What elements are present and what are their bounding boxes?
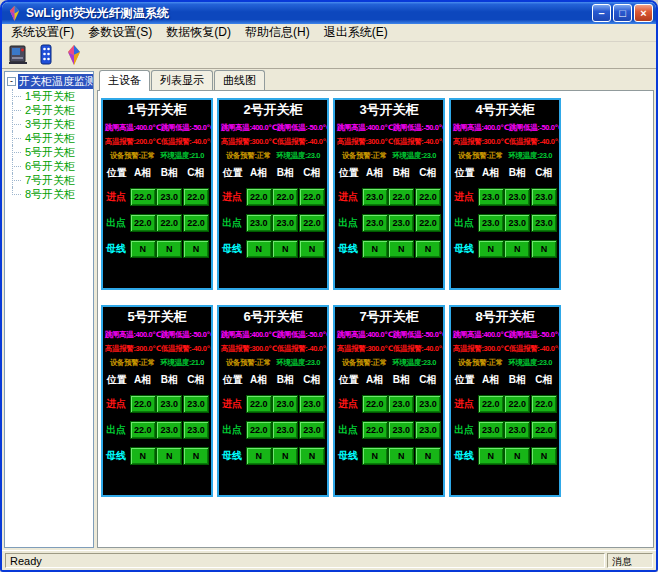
toolbar-button-3[interactable] <box>62 43 86 67</box>
temp-cell-out-0[interactable]: 23.0 <box>478 421 504 439</box>
temp-cell-in-0[interactable]: 22.0 <box>362 395 388 413</box>
temp-cell-bus-2[interactable]: N A℃ <box>531 447 557 465</box>
temp-cell-bus-2[interactable]: N A℃ <box>299 447 325 465</box>
close-button[interactable]: × <box>634 4 653 22</box>
tab-1[interactable]: 列表显示 <box>151 70 213 90</box>
alarm-high-label: 高温报警: <box>337 344 368 353</box>
temp-cell-out-0[interactable]: 22.0 <box>130 214 156 232</box>
temp-cell-bus-1[interactable]: N A℃ <box>388 447 414 465</box>
temp-cell-out-1[interactable]: 22.0 <box>156 214 182 232</box>
temp-cell-in-0[interactable]: 22.0 <box>478 395 504 413</box>
temp-cell-bus-2[interactable]: N A℃ <box>183 447 209 465</box>
temp-cell-bus-2[interactable]: N A℃ <box>183 240 209 258</box>
tree-item-cabinet-4[interactable]: 4号开关柜 <box>12 131 93 145</box>
tab-0[interactable]: 主设备 <box>99 70 150 91</box>
temp-cell-out-1[interactable]: 23.0 <box>388 421 414 439</box>
temp-cell-in-0[interactable]: 23.0 <box>362 188 388 206</box>
temp-cell-out-1[interactable]: 23.0 <box>504 421 530 439</box>
temp-cell-bus-1[interactable]: N A℃ <box>156 240 182 258</box>
tree-collapse-icon[interactable]: - <box>7 77 16 86</box>
temp-cell-in-0[interactable]: 22.0 <box>246 188 272 206</box>
temp-cell-out-2[interactable]: 22.0 <box>415 214 441 232</box>
temp-cell-in-2[interactable]: 23.0 <box>299 395 325 413</box>
temp-cell-out-2[interactable]: 22.0 <box>299 214 325 232</box>
temp-cell-in-2[interactable]: 22.0 <box>415 188 441 206</box>
temp-cell-bus-0[interactable]: N A℃ <box>130 240 156 258</box>
temp-cell-out-1[interactable]: 23.0 <box>388 214 414 232</box>
temp-cell-out-2[interactable]: 23.0 <box>415 421 441 439</box>
menu-item-1[interactable]: 参数设置(S) <box>81 23 159 42</box>
temp-cell-out-0[interactable]: 22.0 <box>246 421 272 439</box>
temp-cell-in-0[interactable]: 22.0 <box>246 395 272 413</box>
temp-cell-out-2[interactable]: 23.0 <box>299 421 325 439</box>
temp-cell-in-1[interactable]: 22.0 <box>504 395 530 413</box>
temp-cell-bus-1[interactable]: N A℃ <box>388 240 414 258</box>
temp-cell-in-1[interactable]: 23.0 <box>156 395 182 413</box>
temp-cell-out-1[interactable]: 23.0 <box>504 214 530 232</box>
temp-cell-bus-1[interactable]: N A℃ <box>272 240 298 258</box>
temp-cell-in-2[interactable]: 23.0 <box>415 395 441 413</box>
temp-cell-bus-2[interactable]: N A℃ <box>415 447 441 465</box>
column-header-phase-c: C相 <box>531 166 557 180</box>
temp-cell-out-1[interactable]: 23.0 <box>156 421 182 439</box>
temp-cell-out-2[interactable]: 23.0 <box>183 421 209 439</box>
temp-cell-in-2[interactable]: 23.0 <box>531 188 557 206</box>
temp-cell-out-2[interactable]: 22.0 <box>531 421 557 439</box>
temp-cell-bus-0[interactable]: N A℃ <box>478 447 504 465</box>
temp-cell-bus-1[interactable]: N A℃ <box>156 447 182 465</box>
minimize-button[interactable]: – <box>592 4 611 22</box>
temp-cell-in-1[interactable]: 23.0 <box>156 188 182 206</box>
temp-cell-in-0[interactable]: 22.0 <box>130 188 156 206</box>
tree-item-cabinet-2[interactable]: 2号开关柜 <box>12 103 93 117</box>
temp-cell-bus-1[interactable]: N A℃ <box>504 447 530 465</box>
temp-cell-in-2[interactable]: 22.0 <box>183 188 209 206</box>
title-bar[interactable]: SwLight荧光光纤测温系统 – □ × <box>2 2 656 24</box>
tree-root[interactable]: - 开关柜温度监测系统 <box>7 74 93 89</box>
temp-cell-in-2[interactable]: 22.0 <box>531 395 557 413</box>
tree-item-cabinet-1[interactable]: 1号开关柜 <box>12 89 93 103</box>
temp-cell-in-0[interactable]: 23.0 <box>478 188 504 206</box>
temp-cell-bus-0[interactable]: N A℃ <box>130 447 156 465</box>
temp-cell-in-1[interactable]: 23.0 <box>388 395 414 413</box>
tab-2[interactable]: 曲线图 <box>214 70 265 90</box>
menu-item-3[interactable]: 帮助信息(H) <box>238 23 317 42</box>
temp-cell-bus-0[interactable]: N A℃ <box>246 447 272 465</box>
temp-cell-out-0[interactable]: 22.0 <box>130 421 156 439</box>
temp-cell-bus-0[interactable]: N A℃ <box>246 240 272 258</box>
temp-cell-in-1[interactable]: 23.0 <box>504 188 530 206</box>
tree-item-cabinet-8[interactable]: 8号开关柜 <box>12 187 93 201</box>
temp-cell-bus-1[interactable]: N A℃ <box>504 240 530 258</box>
tree-item-cabinet-3[interactable]: 3号开关柜 <box>12 117 93 131</box>
temp-cell-out-0[interactable]: 23.0 <box>478 214 504 232</box>
tree-root-label[interactable]: 开关柜温度监测系统 <box>18 74 94 89</box>
temp-cell-bus-2[interactable]: N A℃ <box>531 240 557 258</box>
temp-cell-bus-2[interactable]: N A℃ <box>299 240 325 258</box>
temp-cell-in-1[interactable]: 22.0 <box>388 188 414 206</box>
temp-cell-bus-0[interactable]: N A℃ <box>478 240 504 258</box>
maximize-button[interactable]: □ <box>613 4 632 22</box>
temp-cell-out-0[interactable]: 23.0 <box>246 214 272 232</box>
temp-cell-bus-2[interactable]: N A℃ <box>415 240 441 258</box>
temp-cell-bus-1[interactable]: N A℃ <box>272 447 298 465</box>
temp-cell-out-1[interactable]: 23.0 <box>272 214 298 232</box>
temp-cell-bus-0[interactable]: N A℃ <box>362 240 388 258</box>
temp-cell-in-2[interactable]: 23.0 <box>183 395 209 413</box>
temp-cell-in-2[interactable]: 22.0 <box>299 188 325 206</box>
temp-cell-in-1[interactable]: 23.0 <box>272 395 298 413</box>
temp-cell-bus-0[interactable]: N A℃ <box>362 447 388 465</box>
menu-item-0[interactable]: 系统设置(F) <box>4 23 81 42</box>
tree-item-cabinet-5[interactable]: 5号开关柜 <box>12 145 93 159</box>
toolbar-button-1[interactable] <box>6 43 30 67</box>
temp-cell-out-0[interactable]: 22.0 <box>362 421 388 439</box>
tree-item-cabinet-6[interactable]: 6号开关柜 <box>12 159 93 173</box>
temp-cell-out-2[interactable]: 22.0 <box>183 214 209 232</box>
menu-item-4[interactable]: 退出系统(E) <box>317 23 395 42</box>
temp-cell-out-0[interactable]: 23.0 <box>362 214 388 232</box>
temp-cell-out-1[interactable]: 23.0 <box>272 421 298 439</box>
tree-item-cabinet-7[interactable]: 7号开关柜 <box>12 173 93 187</box>
menu-item-2[interactable]: 数据恢复(D) <box>159 23 238 42</box>
toolbar-button-2[interactable] <box>34 43 58 67</box>
temp-cell-in-1[interactable]: 22.0 <box>272 188 298 206</box>
temp-cell-out-2[interactable]: 23.0 <box>531 214 557 232</box>
temp-cell-in-0[interactable]: 22.0 <box>130 395 156 413</box>
